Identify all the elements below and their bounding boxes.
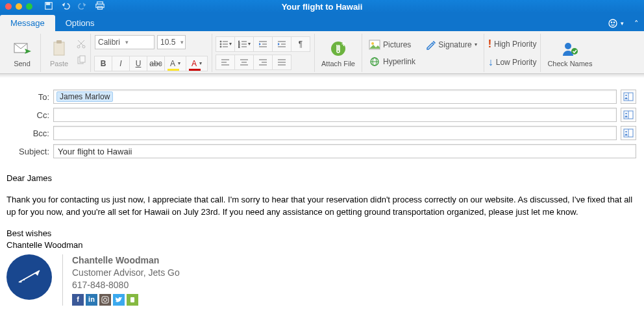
message-body-editor[interactable]: Dear James Thank you for contacting us j… bbox=[0, 165, 644, 316]
svg-point-15 bbox=[220, 41, 221, 42]
check-names-label: Check Names bbox=[547, 60, 592, 67]
to-field[interactable]: James Marlow bbox=[53, 90, 617, 104]
font-size-select[interactable]: 10.5▾ bbox=[157, 35, 186, 49]
decrease-indent-button[interactable] bbox=[253, 36, 273, 52]
highlight-button[interactable]: A ▾ bbox=[164, 56, 186, 71]
svg-text:+: + bbox=[341, 40, 346, 49]
twitter-icon[interactable] bbox=[113, 294, 125, 306]
address-section: To: James Marlow Cc: Bcc: Subject: Your … bbox=[0, 78, 644, 165]
svg-point-52 bbox=[565, 43, 571, 49]
numbered-list-button[interactable]: 123 ▾ bbox=[234, 36, 254, 52]
feedback-smiley-icon[interactable]: ▾ bbox=[602, 18, 629, 31]
subject-field[interactable]: Your flight to Hawaii bbox=[53, 144, 636, 158]
undo-icon[interactable] bbox=[61, 1, 70, 12]
svg-point-56 bbox=[625, 95, 627, 97]
attach-file-button[interactable]: + Attach File bbox=[319, 37, 358, 69]
underline-button[interactable]: U bbox=[129, 56, 147, 71]
pictures-button[interactable]: Pictures bbox=[366, 38, 414, 51]
window-controls bbox=[5, 3, 32, 10]
cc-address-book-button[interactable] bbox=[621, 108, 636, 122]
align-right-button[interactable] bbox=[253, 55, 273, 70]
svg-point-66 bbox=[104, 298, 107, 301]
svg-point-59 bbox=[625, 113, 627, 115]
signature-logo-icon bbox=[6, 254, 52, 300]
align-center-button[interactable] bbox=[234, 55, 254, 70]
recipient-chip[interactable]: James Marlow bbox=[56, 91, 113, 102]
to-address-book-button[interactable] bbox=[621, 90, 636, 104]
tab-options[interactable]: Options bbox=[55, 15, 105, 31]
instagram-icon[interactable] bbox=[99, 294, 111, 306]
svg-rect-67 bbox=[130, 297, 134, 302]
svg-point-19 bbox=[220, 46, 221, 47]
align-left-button[interactable] bbox=[216, 55, 235, 70]
svg-point-6 bbox=[611, 22, 612, 23]
send-button[interactable]: Send bbox=[8, 37, 36, 69]
svg-point-48 bbox=[371, 42, 374, 45]
signature-title: Customer Advisor, Jets Go bbox=[72, 267, 180, 279]
attach-file-label: Attach File bbox=[321, 60, 355, 67]
signature-block: Chantelle Woodman Customer Advisor, Jets… bbox=[6, 254, 638, 306]
svg-rect-65 bbox=[102, 297, 108, 303]
to-label: To: bbox=[8, 92, 49, 102]
svg-rect-14 bbox=[80, 56, 85, 62]
paste-label: Paste bbox=[50, 60, 68, 67]
window-titlebar: Your flight to Hawaii bbox=[0, 0, 644, 13]
signature-name: Chantelle Woodman bbox=[72, 254, 180, 267]
svg-point-62 bbox=[625, 131, 627, 133]
svg-point-12 bbox=[82, 45, 85, 48]
signature-social-row: f in bbox=[72, 294, 180, 306]
svg-point-64 bbox=[23, 279, 25, 280]
bcc-field[interactable] bbox=[53, 126, 617, 140]
ribbon: Send Paste Calibri▾ 10.5▾ bbox=[0, 31, 644, 74]
signature-phone: 617-848-8080 bbox=[72, 279, 180, 291]
close-window-button[interactable] bbox=[5, 3, 12, 10]
svg-rect-9 bbox=[54, 42, 64, 55]
strikethrough-button[interactable]: abc bbox=[147, 56, 165, 71]
body-greeting: Dear James bbox=[6, 173, 638, 185]
maximize-window-button[interactable] bbox=[26, 3, 32, 10]
italic-button[interactable]: I bbox=[112, 56, 130, 71]
bold-button[interactable]: B bbox=[94, 56, 112, 71]
high-priority-button[interactable]: !High Priority bbox=[488, 37, 537, 51]
bcc-label: Bcc: bbox=[8, 128, 49, 138]
body-closing: Best wishes Chantelle Woodman bbox=[6, 228, 638, 252]
cc-field[interactable] bbox=[53, 108, 617, 122]
cut-icon[interactable] bbox=[76, 39, 86, 51]
subject-label: Subject: bbox=[8, 147, 49, 156]
send-label: Send bbox=[14, 60, 31, 67]
svg-point-63 bbox=[20, 281, 22, 283]
low-priority-button[interactable]: ↓Low Priority bbox=[488, 55, 537, 69]
facebook-icon[interactable]: f bbox=[72, 294, 84, 306]
svg-point-7 bbox=[613, 22, 614, 23]
redo-icon[interactable] bbox=[78, 1, 87, 12]
copy-icon[interactable] bbox=[76, 55, 86, 67]
svg-rect-10 bbox=[56, 40, 62, 43]
linkedin-icon[interactable]: in bbox=[86, 294, 97, 306]
font-family-select[interactable]: Calibri▾ bbox=[95, 35, 155, 49]
print-icon[interactable] bbox=[95, 1, 105, 12]
increase-indent-button[interactable] bbox=[272, 36, 291, 52]
hyperlink-button[interactable]: Hyperlink bbox=[366, 55, 480, 68]
tab-message[interactable]: Message bbox=[0, 15, 55, 31]
svg-rect-1 bbox=[47, 2, 50, 5]
collapse-ribbon-icon[interactable]: ˄ bbox=[629, 19, 644, 31]
check-names-button[interactable]: Check Names bbox=[545, 37, 595, 69]
signature-button[interactable]: Signature ▾ bbox=[423, 38, 479, 51]
show-marks-button[interactable]: ¶ bbox=[291, 36, 310, 52]
paste-button[interactable]: Paste bbox=[45, 37, 73, 69]
bcc-address-book-button[interactable] bbox=[621, 126, 636, 140]
svg-rect-3 bbox=[96, 4, 104, 7]
svg-point-11 bbox=[77, 45, 80, 48]
body-paragraph: Thank you for contacting us just now, I … bbox=[6, 194, 638, 219]
align-justify-button[interactable] bbox=[272, 55, 291, 70]
minimize-window-button[interactable] bbox=[16, 3, 22, 10]
svg-point-17 bbox=[220, 43, 221, 45]
bulleted-list-button[interactable]: ▾ bbox=[216, 36, 235, 52]
blog-icon[interactable] bbox=[127, 294, 138, 306]
save-icon[interactable] bbox=[44, 1, 53, 12]
svg-text:3: 3 bbox=[238, 45, 240, 48]
font-color-button[interactable]: A ▾ bbox=[186, 56, 208, 71]
svg-point-5 bbox=[609, 19, 617, 27]
svg-point-53 bbox=[571, 48, 578, 55]
cc-label: Cc: bbox=[8, 110, 49, 120]
